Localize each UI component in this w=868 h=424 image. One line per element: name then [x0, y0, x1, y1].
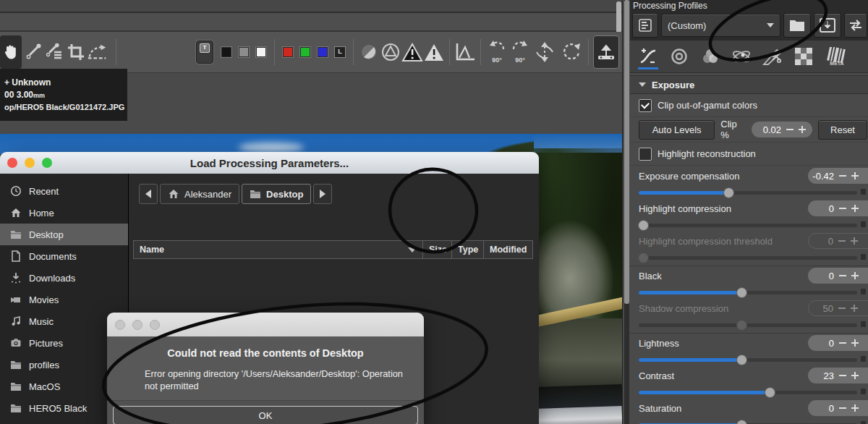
tab-transform[interactable]: [762, 42, 783, 71]
slider-reset-icon[interactable]: [861, 389, 866, 394]
highlight-recon-checkbox[interactable]: [639, 148, 652, 161]
slider-value-pill[interactable]: -0.42: [808, 168, 868, 184]
soft-proofing-button[interactable]: [358, 36, 380, 68]
slider-value-pill[interactable]: 0: [808, 268, 868, 284]
slider[interactable]: [639, 220, 857, 230]
slider-thumb[interactable]: [638, 253, 649, 263]
auto-levels-button[interactable]: Auto Levels: [639, 120, 715, 140]
minimize-button[interactable]: [25, 158, 35, 168]
histogram-profile-button[interactable]: [454, 36, 476, 68]
decrement-icon[interactable]: [839, 375, 846, 376]
minimize-button[interactable]: [132, 320, 142, 330]
increment-icon[interactable]: [851, 375, 859, 376]
slider-reset-icon[interactable]: [861, 189, 866, 195]
flip-horizontal-button[interactable]: [558, 36, 584, 68]
column-type[interactable]: Type: [451, 241, 483, 258]
slider-thumb[interactable]: [723, 187, 734, 198]
copy-profile-button[interactable]: [844, 13, 867, 38]
increment-icon[interactable]: [851, 275, 859, 276]
sidebar-item-documents[interactable]: Documents: [0, 245, 128, 267]
increment-icon[interactable]: [851, 308, 858, 309]
breadcrumb-desktop[interactable]: Desktop: [242, 184, 311, 204]
reset-button[interactable]: Reset: [818, 120, 867, 140]
channel-luminosity-toggle[interactable]: L: [334, 46, 346, 58]
slider[interactable]: [639, 320, 857, 330]
hand-tool-button[interactable]: [0, 35, 22, 69]
slider-thumb[interactable]: [736, 287, 747, 298]
slider-thumb[interactable]: [638, 220, 649, 231]
rotate-right-button[interactable]: 90°: [509, 36, 532, 68]
flip-vertical-button[interactable]: [532, 36, 558, 68]
channel-green-toggle[interactable]: [300, 47, 310, 57]
gamut-check-button[interactable]: [380, 36, 401, 68]
clip-gamut-checkbox[interactable]: [639, 99, 652, 112]
straighten-tool-button[interactable]: [87, 36, 109, 68]
slider-thumb[interactable]: [736, 355, 747, 365]
decrement-icon[interactable]: [839, 275, 846, 276]
channel-red-toggle[interactable]: [283, 47, 293, 57]
clip-pct-spinner[interactable]: 0.02: [752, 122, 812, 137]
increment-icon[interactable]: [851, 208, 859, 209]
dialog-titlebar[interactable]: Load Processing Parameters...: [0, 152, 539, 174]
sidebar-item-movies[interactable]: Movies: [0, 289, 128, 310]
slider[interactable]: [639, 287, 857, 297]
channel-blue-toggle[interactable]: [318, 47, 328, 57]
crop-tool-button[interactable]: [65, 36, 87, 68]
tab-exposure[interactable]: [637, 42, 659, 71]
column-name[interactable]: Name: [134, 245, 422, 255]
bg-swatch-white[interactable]: [256, 47, 266, 57]
error-dialog-titlebar[interactable]: [107, 313, 424, 336]
slider-reset-icon[interactable]: [861, 221, 866, 227]
increment-icon[interactable]: [851, 407, 859, 409]
close-button[interactable]: [115, 320, 125, 330]
sidebar-item-desktop[interactable]: Desktop: [0, 224, 128, 245]
tab-metadata[interactable]: META: [824, 42, 850, 71]
filmstrip-scrollbar[interactable]: [616, 1, 621, 35]
rotate-left-button[interactable]: 90°: [485, 36, 509, 68]
sidebar-item-downloads[interactable]: Downloads: [0, 267, 128, 289]
close-button[interactable]: [7, 158, 17, 168]
decrement-icon[interactable]: [838, 308, 846, 309]
increment-icon[interactable]: [851, 175, 859, 177]
increment-icon[interactable]: [851, 342, 859, 344]
slider-thumb[interactable]: [736, 420, 747, 424]
slider-thumb[interactable]: [765, 387, 775, 398]
save-profile-button[interactable]: [814, 13, 841, 38]
color-picker-button[interactable]: [43, 36, 65, 68]
tab-detail[interactable]: [668, 42, 690, 71]
slider-reset-icon[interactable]: [861, 321, 866, 327]
slider-reset-icon[interactable]: [861, 356, 866, 362]
slider[interactable]: [639, 187, 857, 198]
decrement-icon[interactable]: [839, 407, 846, 409]
decrement-icon[interactable]: [838, 240, 846, 242]
slider-value-pill[interactable]: 50: [808, 300, 868, 316]
slider-value-pill[interactable]: 0: [808, 233, 868, 249]
decrement-icon[interactable]: [839, 342, 846, 344]
slider-reset-icon[interactable]: [861, 254, 866, 260]
sort-descending-icon[interactable]: [408, 247, 417, 253]
decrement-icon[interactable]: [839, 175, 846, 177]
tab-color[interactable]: [699, 42, 721, 71]
slider-thumb[interactable]: [736, 320, 747, 331]
highlight-recon-row[interactable]: Highlight reconstruction: [630, 143, 868, 166]
zoom-button[interactable]: [150, 320, 160, 330]
white-balance-picker-button[interactable]: [22, 36, 43, 68]
profile-select[interactable]: (Custom): [661, 14, 780, 37]
increment-icon[interactable]: [799, 129, 806, 130]
slider[interactable]: [639, 420, 857, 424]
slider-reset-icon[interactable]: [861, 289, 866, 294]
slider-value-pill[interactable]: 23: [808, 368, 868, 383]
profile-fill-mode-button[interactable]: [632, 13, 658, 38]
slider-reset-icon[interactable]: [861, 421, 866, 424]
bg-swatch-gray[interactable]: [239, 47, 249, 57]
breadcrumb-home[interactable]: Aleksander: [160, 184, 239, 204]
exposure-section-header[interactable]: Exposure: [630, 75, 868, 94]
sidebar-item-recent[interactable]: Recent: [0, 180, 128, 202]
bg-swatch-black[interactable]: [221, 47, 231, 57]
shadow-clipping-button[interactable]: [401, 36, 423, 68]
load-profile-button[interactable]: [783, 13, 811, 38]
increment-icon[interactable]: [851, 240, 858, 242]
column-modified[interactable]: Modified: [483, 241, 532, 258]
breadcrumb-back-button[interactable]: [139, 184, 158, 204]
column-size[interactable]: Size: [422, 241, 451, 258]
